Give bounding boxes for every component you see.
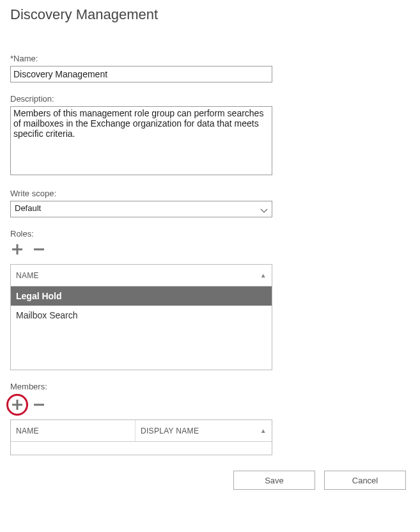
members-grid-header: NAME DISPLAY NAME ▲ — [11, 420, 272, 442]
sort-asc-icon: ▲ — [260, 427, 267, 434]
roles-add-icon[interactable] — [10, 242, 24, 259]
members-grid-body — [11, 442, 272, 455]
table-row[interactable]: Mailbox Search — [11, 306, 272, 325]
table-row[interactable]: Legal Hold — [11, 286, 272, 306]
roles-label: Roles: — [10, 229, 410, 239]
write-scope-select[interactable]: Default — [10, 201, 272, 217]
roles-col-name[interactable]: NAME ▲ — [11, 265, 272, 286]
sort-asc-icon: ▲ — [260, 272, 267, 279]
name-section: *Name: — [10, 54, 410, 82]
roles-section: Roles: NAME ▲ Legal Hold Mailbox Search — [10, 229, 410, 370]
role-name: Legal Hold — [16, 291, 62, 301]
role-name: Mailbox Search — [16, 310, 78, 320]
roles-remove-icon[interactable] — [32, 242, 46, 259]
roles-col-name-label: NAME — [16, 271, 39, 280]
members-toolbar — [10, 398, 46, 414]
cancel-button[interactable]: Cancel — [324, 471, 406, 490]
members-col-name-label: NAME — [16, 426, 39, 435]
description-textarea[interactable] — [10, 106, 272, 175]
name-label: *Name: — [10, 54, 410, 63]
page-title: Discovery Management — [10, 6, 410, 23]
name-input[interactable] — [10, 66, 272, 82]
write-scope-selected: Default — [15, 203, 41, 213]
write-scope-label: Write scope: — [10, 189, 410, 198]
description-label: Description: — [10, 94, 410, 104]
roles-toolbar — [10, 242, 410, 259]
members-col-display[interactable]: DISPLAY NAME ▲ — [136, 420, 272, 441]
members-remove-icon[interactable] — [32, 398, 46, 414]
members-col-name[interactable]: NAME — [11, 420, 136, 441]
chevron-down-icon — [260, 207, 268, 216]
roles-grid: NAME ▲ Legal Hold Mailbox Search — [10, 264, 272, 370]
roles-grid-body: Legal Hold Mailbox Search — [11, 286, 272, 370]
members-col-display-label: DISPLAY NAME — [141, 426, 199, 435]
roles-grid-header: NAME ▲ — [11, 265, 272, 286]
write-scope-section: Write scope: Default — [10, 189, 410, 217]
description-section: Description: — [10, 94, 410, 177]
members-label: Members: — [10, 382, 410, 391]
members-add-icon[interactable] — [10, 398, 24, 414]
members-section: Members: NAME DISPLAY NAME ▲ — [10, 382, 410, 455]
button-bar: Save Cancel — [10, 471, 410, 490]
save-button[interactable]: Save — [233, 471, 315, 490]
members-grid: NAME DISPLAY NAME ▲ — [10, 419, 272, 455]
